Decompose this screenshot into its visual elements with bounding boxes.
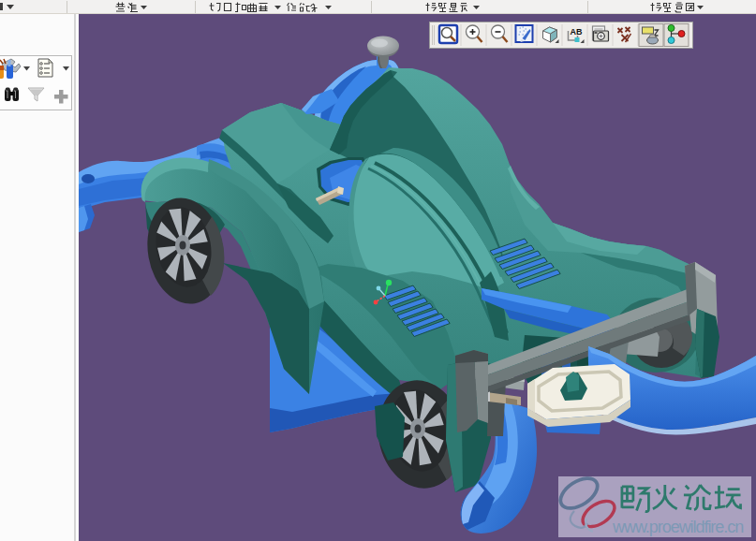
svg-text:www.proewildfire.cn: www.proewildfire.cn [612, 518, 743, 536]
svg-text:AB: AB [571, 27, 583, 37]
